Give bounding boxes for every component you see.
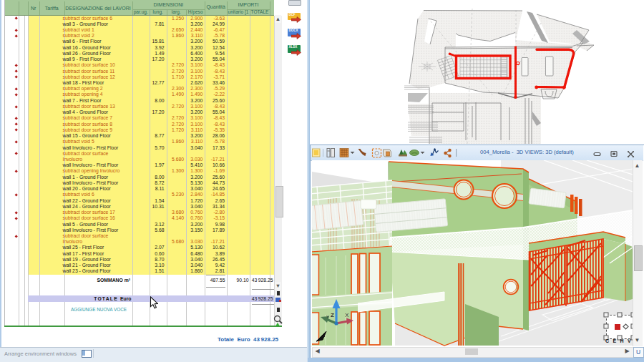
svg-text:Y: Y <box>326 315 329 319</box>
svg-text:X: X <box>345 312 349 318</box>
svg-text:Z: Z <box>331 312 334 318</box>
